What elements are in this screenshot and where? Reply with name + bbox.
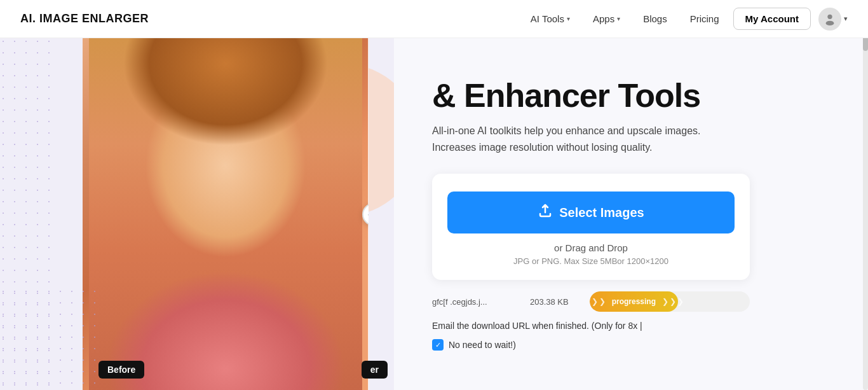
nav-item-pricing[interactable]: Pricing [681, 8, 728, 29]
progress-chevrons: ❯ ❯ ❯ [590, 291, 612, 312]
checkbox-row: ✓ No need to wait!) [432, 339, 750, 351]
image-compare-wrapper: ◀▶ [83, 38, 369, 390]
chevron-3: ❯ [599, 297, 606, 306]
logo: AI. IMAGE ENLARGER [20, 12, 149, 25]
nav-item-ai-tools[interactable]: AI Tools ▾ [522, 8, 579, 29]
main-content: ◀▶ Before er & Enhancer Tools All-in-one… [0, 38, 868, 390]
hero-title: & Enhancer Tools [432, 78, 836, 114]
progress-chevrons-right: ❯ ❯ ❯ [656, 291, 690, 312]
navbar: AI. IMAGE ENLARGER AI Tools ▾ Apps ▾ Blo… [0, 0, 868, 38]
progress-bar: ❯ ❯ ❯ progressing ❯ ❯ ❯ [590, 291, 750, 312]
nav-links: AI Tools ▾ Apps ▾ Blogs Pricing My Accou… [522, 8, 848, 31]
chevron-4: ❯ [662, 297, 668, 306]
nav-item-apps[interactable]: Apps ▾ [584, 8, 629, 29]
progress-bar-fill: ❯ ❯ ❯ progressing ❯ ❯ ❯ [590, 291, 678, 312]
right-panel: & Enhancer Tools All-in-one AI toolkits … [394, 38, 868, 390]
my-account-button[interactable]: My Account [733, 8, 811, 30]
email-section: Email the download URL when finished. (O… [432, 319, 750, 351]
check-icon: ✓ [435, 341, 441, 349]
chevron-5: ❯ [670, 297, 676, 306]
dot-pattern-top-left [0, 38, 57, 390]
chevron-down-icon: ▾ [567, 15, 570, 22]
before-label: Before [98, 361, 144, 379]
avatar-chevron-icon: ▾ [844, 15, 848, 23]
select-images-button[interactable]: Select Images [447, 192, 735, 233]
chevron-2: ❯ [592, 297, 598, 306]
nav-item-blogs[interactable]: Blogs [634, 8, 676, 29]
svg-point-1 [826, 20, 834, 25]
photo-overlay [89, 38, 362, 390]
nav-link-label: AI Tools [531, 13, 564, 24]
file-name: gfc[f .cegjds.j... [432, 297, 521, 307]
upload-icon [538, 203, 553, 222]
image-compare-panel: ◀▶ Before er [0, 38, 394, 390]
hero-subtitle: All-in-one AI toolkits help you enhance … [432, 123, 737, 157]
email-text: Email the download URL when finished. (O… [432, 319, 642, 333]
chevron-down-icon: ▾ [617, 15, 620, 22]
chevron-6: ❯ [677, 297, 684, 306]
file-info-text: JPG or PNG. Max Size 5MBor 1200×1200 [447, 256, 735, 266]
file-size: 203.38 KB [530, 297, 581, 307]
left-right-icon: ◀▶ [368, 210, 369, 219]
chevron-1: ❯ [590, 297, 590, 306]
progress-row: gfc[f .cegjds.j... 203.38 KB ❯ ❯ ❯ progr… [432, 291, 750, 312]
progress-label: progressing [612, 297, 656, 306]
scrollbar[interactable] [863, 0, 868, 390]
no-wait-checkbox[interactable]: ✓ [432, 339, 444, 351]
select-images-label: Select Images [559, 205, 644, 220]
avatar [818, 8, 841, 31]
avatar-dropdown[interactable]: ▾ [816, 8, 848, 31]
upload-box: Select Images or Drag and Drop JPG or PN… [432, 174, 750, 280]
drag-drop-text: or Drag and Drop [447, 242, 735, 253]
svg-point-0 [827, 14, 832, 18]
after-label: er [362, 361, 388, 379]
nav-link-label: Blogs [643, 13, 667, 24]
checkbox-label: No need to wait!) [449, 340, 516, 350]
nav-link-label: Pricing [690, 13, 719, 24]
nav-link-label: Apps [593, 13, 614, 24]
